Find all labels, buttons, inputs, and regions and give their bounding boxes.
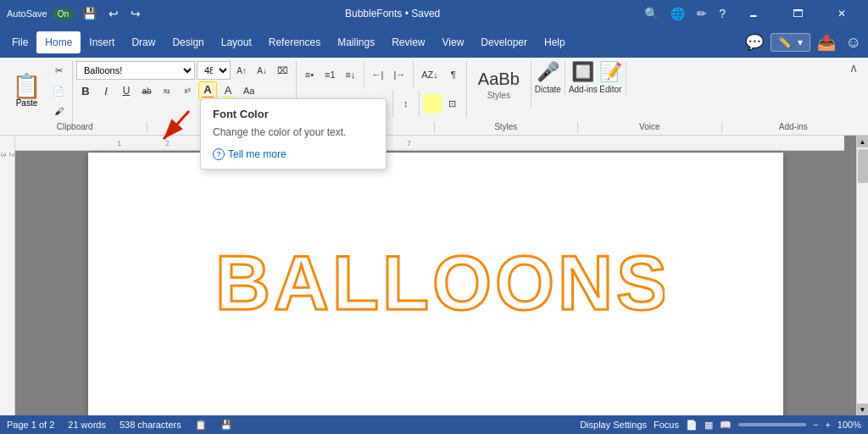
vertical-scrollbar[interactable]: ▲ ▼ <box>856 136 868 415</box>
user-icon[interactable]: ☺ <box>843 31 865 55</box>
italic-button[interactable]: I <box>97 81 115 100</box>
ribbon-collapse[interactable]: ∧ <box>849 61 865 75</box>
menu-insert[interactable]: Insert <box>81 31 123 53</box>
menu-layout[interactable]: Layout <box>213 31 260 53</box>
editing-button[interactable]: ✏️ ▾ <box>771 33 810 52</box>
zoom-slider[interactable] <box>738 423 806 426</box>
styles-label[interactable]: Styles <box>435 122 579 133</box>
status-bar: Page 1 of 2 21 words 538 characters 📋 💾 … <box>0 415 868 434</box>
display-settings[interactable]: Display Settings <box>580 420 647 430</box>
underline-button[interactable]: U <box>117 81 136 100</box>
autosave-on: On <box>58 9 69 19</box>
scroll-thumb[interactable] <box>858 149 868 183</box>
share-button[interactable]: 📤 <box>814 30 839 55</box>
clear-formatting-button[interactable]: ⌧ <box>273 61 292 80</box>
menu-bar: File Home Insert Draw Design Layout Refe… <box>0 27 868 58</box>
subscript-button[interactable]: x₂ <box>158 81 176 100</box>
menu-draw[interactable]: Draw <box>123 31 164 53</box>
bold-button[interactable]: B <box>76 81 95 100</box>
menu-help[interactable]: Help <box>536 31 574 53</box>
shading-button[interactable] <box>423 94 442 113</box>
superscript-button[interactable]: x² <box>178 81 197 100</box>
dictate-button[interactable]: 🎤 Dictate <box>535 61 561 94</box>
change-case-button[interactable]: Aa <box>239 81 259 100</box>
char-count[interactable]: 538 characters <box>120 420 181 430</box>
styles-label: Styles <box>487 91 510 100</box>
proofing-icon[interactable]: 📋 <box>195 420 207 431</box>
zoom-plus[interactable]: + <box>825 420 830 430</box>
menu-references[interactable]: References <box>260 31 329 53</box>
focus-mode[interactable]: Focus <box>654 420 679 430</box>
clipboard-label[interactable]: Clipboard <box>3 122 147 133</box>
decrease-indent-button[interactable]: ←| <box>368 65 388 84</box>
comments-icon[interactable]: 💬 <box>742 30 767 55</box>
font-color-button[interactable]: A <box>198 81 217 100</box>
page-indicator[interactable]: Page 1 of 2 <box>7 420 54 430</box>
addins-button[interactable]: 🔲 Add-ins <box>569 61 598 94</box>
paragraph-divider4 <box>419 90 420 117</box>
text-highlight-button[interactable]: A <box>219 81 237 100</box>
help-icon[interactable]: ? <box>715 5 729 22</box>
styles-button[interactable]: AaBb Styles <box>470 61 527 108</box>
collapse-icon[interactable]: ∧ <box>849 61 858 75</box>
menu-view[interactable]: View <box>434 31 473 53</box>
numbering-button[interactable]: ≡1 <box>320 65 340 84</box>
menu-home[interactable]: Home <box>36 31 81 53</box>
scroll-up-button[interactable]: ▲ <box>857 136 869 147</box>
tooltip-tell-me-more[interactable]: ? Tell me more <box>213 148 374 160</box>
line-spacing-button[interactable]: ↕ <box>397 94 415 113</box>
show-formatting-button[interactable]: ¶ <box>444 65 463 84</box>
scroll-track[interactable] <box>858 147 868 403</box>
paste-label: Paste <box>16 98 38 108</box>
font-size-selector[interactable]: 48 <box>197 61 231 80</box>
autosave-toggle[interactable]: On <box>53 8 74 19</box>
copy-button[interactable]: 📄 <box>48 81 69 100</box>
menu-file[interactable]: File <box>3 31 36 53</box>
word-count[interactable]: 21 words <box>68 420 106 430</box>
sort-button[interactable]: AZ↓ <box>417 65 442 84</box>
menu-mailings[interactable]: Mailings <box>329 31 383 53</box>
undo-icon[interactable]: ↩ <box>105 5 122 22</box>
format-painter-button[interactable]: 🖌 <box>48 102 69 120</box>
menu-developer[interactable]: Developer <box>472 31 536 53</box>
ribbon-footer: Clipboard Font Paragraph Styles Voice Ad… <box>0 122 868 135</box>
decrease-font-button[interactable]: A↓ <box>253 61 271 80</box>
redo-icon[interactable]: ↪ <box>127 5 144 22</box>
multilevel-button[interactable]: ≡↓ <box>342 65 360 84</box>
bullets-button[interactable]: ≡• <box>300 65 319 84</box>
document-title: BubbleFonts • Saved <box>151 8 634 19</box>
maximize-button[interactable]: 🗖 <box>778 0 817 27</box>
document-page[interactable]: BALLOONS <box>88 153 783 415</box>
document-main[interactable]: 1 2 3 4 5 6 7 BALLOONS <box>15 136 856 415</box>
increase-font-button[interactable]: A↑ <box>232 61 251 80</box>
page-view-icon[interactable]: 📄 <box>686 420 698 431</box>
reading-view-icon[interactable]: 📖 <box>720 420 732 431</box>
font-name-selector[interactable]: Balloons! <box>76 61 195 80</box>
save-status-icon[interactable]: 💾 <box>220 420 232 431</box>
menu-review[interactable]: Review <box>383 31 433 53</box>
ruler-2: 2 <box>165 139 170 147</box>
wifi-icon: 🌐 <box>667 5 688 22</box>
borders-button[interactable]: ⊡ <box>443 94 462 113</box>
share-icon[interactable]: ✏ <box>693 5 710 22</box>
search-icon[interactable]: 🔍 <box>641 5 662 22</box>
paste-button[interactable]: 📋 Paste <box>7 71 47 111</box>
voice-label[interactable]: Voice <box>578 122 722 133</box>
save-icon[interactable]: 💾 <box>79 5 100 22</box>
cut-button[interactable]: ✂ <box>48 61 69 80</box>
strikethrough-button[interactable]: ab <box>137 81 156 100</box>
font-group: Balloons! 48 A↑ A↓ ⌧ B I U ab x₂ x² A <box>73 61 297 102</box>
zoom-level[interactable]: 100% <box>837 420 861 430</box>
layout-icon[interactable]: ▦ <box>704 420 713 431</box>
vertical-ruler: 1 2 3 4 <box>0 136 15 415</box>
close-button[interactable]: ✕ <box>822 0 861 27</box>
zoom-minus[interactable]: − <box>813 420 818 430</box>
highlight-underline <box>222 97 234 97</box>
editor-button[interactable]: 📝 Editor <box>599 61 622 94</box>
editor-label: Editor <box>599 85 621 94</box>
increase-indent-button[interactable]: |→ <box>389 65 409 84</box>
scroll-down-button[interactable]: ▼ <box>857 403 869 415</box>
menu-design[interactable]: Design <box>164 31 212 53</box>
minimize-button[interactable]: 🗕 <box>734 0 773 27</box>
addins-label[interactable]: Add-ins <box>722 122 865 133</box>
